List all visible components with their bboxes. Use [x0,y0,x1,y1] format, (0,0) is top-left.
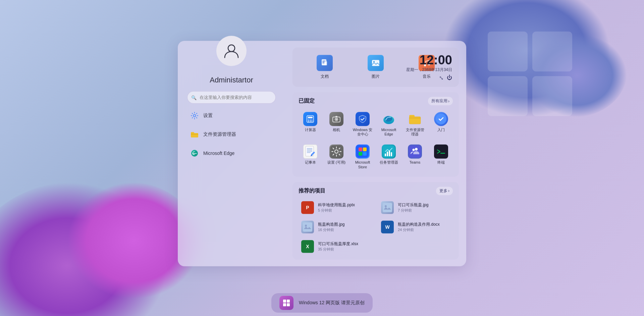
top-section: 文档 图片 [292,48,459,87]
pinned-title: 已固定 [299,98,315,105]
svg-rect-57 [283,300,286,303]
pinned-app-teams[interactable]: Teams [403,142,427,172]
rec-item-docx[interactable]: W 瓶盖的构造及作用.docx 24 分钟前 [378,218,453,235]
pinned-app-taskmgr[interactable]: 任务管理器 [377,142,400,172]
taskbar-windows-icon[interactable] [279,296,293,310]
terminal-icon [434,145,448,159]
quick-link-pics[interactable]: 图片 [364,53,387,82]
svg-rect-7 [191,132,194,134]
security-label: Windows 安全中心 [352,128,373,137]
quick-app-edge[interactable]: Microsoft Edge [187,147,276,160]
security-icon [356,112,370,126]
svg-point-22 [312,121,313,122]
svg-rect-11 [372,60,379,66]
svg-rect-55 [303,222,312,231]
all-apps-button[interactable]: 所有应用 › [428,97,453,105]
svg-rect-51 [435,146,447,158]
rec-info-docx: 瓶盖的构造及作用.docx 24 分钟前 [398,221,440,232]
explorer-pinned-icon [408,112,422,126]
svg-rect-38 [357,146,369,158]
jpg1-icon [381,201,394,214]
svg-point-18 [310,119,311,120]
edge-icon [190,149,199,158]
quick-app-explorer[interactable]: 文件资源管理器 [187,128,276,141]
notepad-label: 记事本 [305,160,316,165]
pinned-app-terminal[interactable]: 终端 [429,142,453,172]
store-label: Microsoft Store [352,160,373,169]
edge-pinned-icon [382,112,396,126]
svg-rect-40 [363,148,367,151]
pinned-header: 已固定 所有应用 › [299,97,453,105]
pinned-app-camera[interactable]: 相机 [325,109,348,139]
search-input[interactable] [187,91,276,104]
rec-info-pptx: 科学地使用瓶盖.pptx 5 分钟前 [318,202,355,213]
left-panel: Administartor 🔍 设置 [178,41,285,266]
username: Administartor [210,76,253,85]
avatar[interactable] [216,36,247,66]
avatar-wrapper: Administartor [187,51,276,85]
settings-pinned-label: 设置 (可用) [327,160,345,165]
bg-decoration-3 [443,0,610,117]
teams-icon [408,145,422,159]
clock-area: 12:00 星期一，2368年13月34日 ⤡ ⏻ [406,53,452,81]
pinned-grid: 计算器 相机 [299,109,453,172]
explorer-label: 文件资源管理器 [203,131,236,138]
rec-item-pptx[interactable]: P 科学地使用瓶盖.pptx 5 分钟前 [299,199,373,216]
docs-label: 文档 [321,74,329,80]
svg-point-50 [413,149,415,151]
calculator-icon [303,112,317,126]
svg-rect-28 [409,115,415,117]
settings-pinned-icon [329,145,343,159]
rec-info-jpg2: 瓶盖构造图.jpg 16 分钟前 [318,221,344,232]
pptx-icon: P [301,201,314,214]
settings-label: 设置 [203,113,213,119]
taskbar-label: Windows 12 网页版 谭景元原创 [299,300,365,306]
docs-icon [317,55,333,71]
pinned-app-getstarted[interactable]: 入门 [429,109,453,139]
edge-label: Microsoft Edge [203,151,234,156]
getstarted-icon [434,112,448,126]
terminal-label: 终端 [437,160,445,165]
pinned-app-notepad[interactable]: 记事本 [299,142,322,172]
svg-point-12 [373,61,375,62]
search-icon: 🔍 [191,95,197,100]
rec-info-jpg1: 可口可乐瓶盖.jpg 7 分钟前 [398,202,428,213]
pinned-app-edge[interactable]: Microsoft Edge [377,109,400,139]
svg-rect-44 [385,154,386,156]
power-icon[interactable]: ⏻ [447,74,452,81]
more-button[interactable]: 更多 › [436,187,453,195]
quick-app-settings[interactable]: 设置 [187,109,276,122]
xlsx-icon: X [301,240,314,253]
store-icon [356,145,370,159]
svg-rect-45 [387,152,388,156]
expand-icon[interactable]: ⤡ [439,74,443,81]
taskmgr-icon [382,145,396,159]
pinned-app-security[interactable]: Windows 安全中心 [351,109,374,139]
pinned-app-calculator[interactable]: 计算器 [299,109,322,139]
jpg2-icon [301,220,314,233]
recommended-section: 推荐的项目 更多 › P 科学地使用瓶盖.pptx 5 分钟前 [292,182,459,259]
pinned-app-settings[interactable]: 设置 (可用) [325,142,348,172]
recommended-title: 推荐的项目 [299,187,325,194]
rec-item-xlsx[interactable]: X 可口可乐瓶盖厚度.xlsx 35 分钟前 [299,238,373,255]
teams-label: Teams [410,160,420,165]
quick-link-docs[interactable]: 文档 [313,53,336,82]
pinned-app-explorer[interactable]: 文件资源管理器 [403,109,427,139]
camera-label: 相机 [333,128,340,132]
svg-point-25 [336,119,337,120]
svg-rect-1 [532,32,572,71]
recommended-grid: P 科学地使用瓶盖.pptx 5 分钟前 [299,199,453,255]
rec-item-jpg1[interactable]: 可口可乐瓶盖.jpg 7 分钟前 [378,199,453,216]
rec-info-xlsx: 可口可乐瓶盖厚度.xlsx 35 分钟前 [318,241,358,252]
svg-point-21 [310,121,311,122]
svg-rect-39 [359,148,362,151]
svg-rect-60 [287,303,290,306]
start-menu: Administartor 🔍 设置 [178,41,466,266]
svg-point-49 [415,148,418,151]
pinned-app-store[interactable]: Microsoft Store [351,142,374,172]
calculator-label: 计算器 [305,128,316,132]
svg-point-30 [436,114,446,124]
svg-point-5 [194,114,196,117]
svg-point-4 [228,45,235,52]
rec-item-jpg2[interactable]: 瓶盖构造图.jpg 16 分钟前 [299,218,373,235]
